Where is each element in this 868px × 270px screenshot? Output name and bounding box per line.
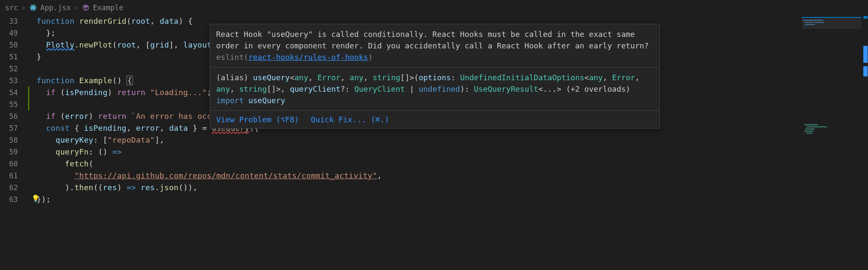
line-number: 58: [0, 134, 27, 146]
line-number: 50: [0, 39, 27, 51]
line-number: 57: [0, 122, 27, 134]
line-number: 51: [0, 51, 27, 63]
symbol-variable-icon: [82, 4, 90, 11]
code-line[interactable]: 60 fetch(: [0, 158, 868, 170]
line-number: 59: [0, 146, 27, 158]
line-number: 33: [0, 15, 27, 27]
breadcrumb[interactable]: src › App.jsx › Example: [0, 0, 868, 15]
eslint-rule-link[interactable]: react-hooks/rules-of-hooks: [248, 53, 368, 62]
code-content[interactable]: if (isPending) return "Loading...";: [27, 87, 211, 98]
code-content[interactable]: queryKey: ["repoData"],: [27, 134, 164, 146]
line-number: 49: [0, 27, 27, 39]
line-number: 54: [0, 87, 27, 98]
ruler-mod-mark[interactable]: [863, 66, 868, 76]
svg-point-0: [32, 7, 34, 8]
modified-gutter-bar: [28, 87, 29, 98]
chevron-right-icon: ›: [22, 3, 26, 12]
hover-tooltip: React Hook "useQuery" is called conditio…: [210, 24, 660, 129]
breadcrumb-folder[interactable]: src: [5, 3, 18, 12]
overview-ruler[interactable]: [862, 15, 868, 270]
code-line[interactable]: 58 queryKey: ["repoData"],: [0, 134, 868, 146]
code-content[interactable]: "https://api.github.com/repos/mdn/conten…: [27, 170, 382, 182]
line-number: 55: [0, 98, 27, 110]
line-number: 63: [0, 194, 27, 205]
chevron-right-icon: ›: [74, 3, 79, 12]
line-number: 62: [0, 182, 27, 194]
ruler-mod-mark[interactable]: [863, 46, 868, 63]
line-number: 56: [0, 110, 27, 122]
code-content[interactable]: fetch(: [27, 158, 93, 170]
code-line[interactable]: 62 ).then((res) => res.json()),: [0, 182, 868, 194]
hover-actions: View Problem (⌥F8) Quick Fix... (⌘.): [210, 110, 659, 128]
lightbulb-icon[interactable]: 💡: [31, 193, 40, 205]
code-line[interactable]: 63 });💡: [0, 194, 868, 205]
line-number: 61: [0, 170, 27, 182]
minimap[interactable]: ▄▄▄▄▄▄▄▄▄▄▄▄▄▄▄▄▄▄▄▄ ▄▄▄▄▄▄▄▄ ▄▄▄▄▄▄▄▄▄▄…: [802, 17, 861, 263]
line-number: 52: [0, 63, 27, 75]
code-line[interactable]: 59 queryFn: () =>: [0, 146, 868, 158]
hover-signature: (alias) useQuery<any, Error, any, string…: [210, 67, 659, 110]
code-content[interactable]: function Example() {: [27, 75, 133, 87]
code-content[interactable]: queryFn: () =>: [27, 146, 122, 158]
code-content[interactable]: function renderGrid(root, data) {: [27, 15, 193, 27]
line-number: 53: [0, 75, 27, 87]
code-content[interactable]: };: [27, 27, 56, 39]
modified-gutter-bar: [28, 98, 29, 110]
code-content[interactable]: ).then((res) => res.json()),: [27, 182, 197, 194]
code-content[interactable]: if (error) return `An error has occ: [27, 110, 211, 122]
code-content[interactable]: Plotly.newPlot(root, [grid], layout: [27, 39, 211, 51]
view-problem-button[interactable]: View Problem (⌥F8): [216, 115, 299, 124]
code-line[interactable]: 61 "https://api.github.com/repos/mdn/con…: [0, 170, 868, 182]
line-number: 60: [0, 158, 27, 170]
react-icon: [29, 4, 37, 11]
ruler-info-mark[interactable]: [863, 16, 868, 19]
breadcrumb-file[interactable]: App.jsx: [40, 3, 71, 12]
code-content[interactable]: }: [27, 51, 41, 63]
hover-problem-message: React Hook "useQuery" is called conditio…: [210, 24, 659, 67]
breadcrumb-symbol[interactable]: Example: [93, 3, 124, 12]
quick-fix-button[interactable]: Quick Fix... (⌘.): [311, 115, 389, 124]
